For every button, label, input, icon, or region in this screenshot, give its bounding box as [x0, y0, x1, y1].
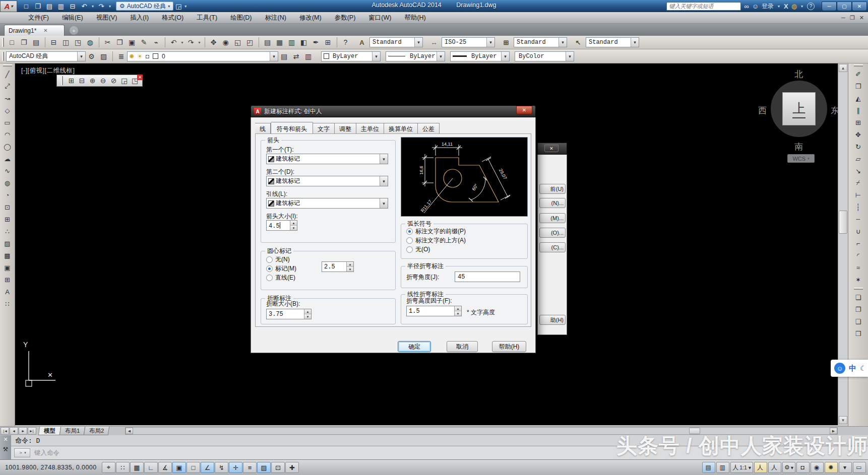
- scrollbar-thumb[interactable]: [689, 428, 700, 434]
- center-mark-radio[interactable]: 直线(E): [266, 274, 295, 282]
- layout-tab[interactable]: 布局1: [59, 427, 86, 435]
- second-arrow-combo[interactable]: 建筑标记: [266, 176, 388, 186]
- center-mark-radio[interactable]: 标记(M): [266, 264, 296, 273]
- snap-mode-toggle[interactable]: ⌖: [102, 462, 115, 473]
- center-mark-radio[interactable]: 无(N): [266, 255, 290, 264]
- print-icon[interactable]: ⊟: [68, 2, 78, 11]
- clipped-button[interactable]: 助(H): [539, 315, 566, 325]
- save-icon[interactable]: ▤: [44, 2, 54, 11]
- break-icon[interactable]: ╌: [852, 213, 864, 225]
- linetype-control[interactable]: ByLayer: [386, 51, 445, 61]
- next-tab-button[interactable]: ▶: [19, 427, 27, 435]
- first-arrow-combo[interactable]: 建筑标记: [266, 154, 388, 164]
- chevron-down-icon[interactable]: [631, 38, 639, 47]
- dynamic-input-toggle[interactable]: ✛: [229, 462, 242, 473]
- clipped-button[interactable]: (O)...: [539, 228, 566, 238]
- minimize-button[interactable]: ─: [822, 2, 837, 11]
- arc-symbol-radio[interactable]: 无(O): [406, 245, 430, 254]
- workspace-switching-button[interactable]: ⚙ ▾: [782, 462, 795, 473]
- menu-item[interactable]: 帮助(H): [398, 13, 431, 23]
- toolbar-grip[interactable]: [61, 76, 63, 85]
- chevron-down-icon[interactable]: [380, 198, 388, 208]
- bring-to-front-icon[interactable]: ❏: [852, 291, 864, 303]
- layer-freeze-icon[interactable]: ☀: [137, 53, 143, 60]
- sep[interactable]: [42, 37, 45, 47]
- object-snap-tracking-toggle[interactable]: ∠: [201, 462, 214, 473]
- style-icon[interactable]: ↖: [573, 37, 584, 47]
- print-icon[interactable]: ⊟: [48, 37, 59, 48]
- toolbar-lock-button[interactable]: ◘: [796, 462, 810, 473]
- chevron-down-icon[interactable]: [380, 176, 388, 186]
- save-as-icon[interactable]: ▥: [56, 2, 66, 11]
- menu-item[interactable]: 修改(M): [293, 13, 328, 23]
- chevron-down-icon[interactable]: [77, 52, 85, 61]
- command-input[interactable]: 键入命令: [34, 449, 59, 457]
- first-tab-button[interactable]: |◀: [1, 427, 9, 435]
- grid-display-toggle[interactable]: ∷: [116, 462, 130, 473]
- help-icon[interactable]: ?: [340, 37, 351, 48]
- viewport-remove-icon[interactable]: ⊖: [98, 75, 108, 86]
- line-icon[interactable]: ╱: [2, 68, 14, 80]
- spline-icon[interactable]: ∿: [2, 165, 14, 177]
- command-prompt-icon[interactable]: ＞: [14, 448, 30, 457]
- sep[interactable]: [256, 37, 259, 47]
- new-icon[interactable]: □: [21, 2, 31, 11]
- construction-line-icon[interactable]: ⤢: [2, 80, 14, 92]
- chevron-down-icon[interactable]: [559, 38, 567, 47]
- quickcalc-icon[interactable]: ⊞: [322, 37, 334, 48]
- arrow-size-spinner[interactable]: 4.5 ▲▼: [266, 220, 297, 231]
- sep[interactable]: [202, 37, 205, 47]
- toolbar-grip[interactable]: [3, 64, 12, 66]
- viewport-config-icon[interactable]: ⊞: [66, 75, 77, 86]
- wcs-dropdown[interactable]: WCS: [787, 154, 815, 163]
- break-at-point-icon[interactable]: ┆: [852, 201, 864, 213]
- layer-states-icon[interactable]: ▤: [278, 51, 290, 62]
- redo-dropdown-icon[interactable]: ▾: [108, 2, 112, 11]
- explode-icon[interactable]: ✶: [852, 274, 864, 286]
- redo-icon[interactable]: ↷: [185, 37, 197, 48]
- compass-north[interactable]: 北: [794, 69, 803, 80]
- layout-tab[interactable]: 布局2: [84, 427, 110, 435]
- layer-previous-icon[interactable]: ⇄: [290, 51, 302, 62]
- chevron-down-icon[interactable]: ▾: [777, 2, 781, 11]
- scale-icon[interactable]: ▱: [852, 153, 864, 165]
- open-icon[interactable]: ❐: [18, 37, 30, 48]
- qat-customize-icon[interactable]: ◲: [173, 2, 183, 11]
- command-history[interactable]: 命令: D: [11, 435, 868, 446]
- hatch-icon[interactable]: ▨: [2, 237, 14, 249]
- spinner-buttons[interactable]: ▲▼: [454, 306, 461, 316]
- ortho-mode-toggle[interactable]: ∟: [144, 462, 158, 473]
- break-size-spinner[interactable]: 3.75 ▲▼: [266, 309, 312, 319]
- scroll-right-icon[interactable]: ▶: [830, 428, 837, 434]
- viewport-restore-icon[interactable]: ◲: [119, 75, 130, 86]
- layout-tab[interactable]: 模型: [38, 427, 61, 435]
- paste-icon[interactable]: ▣: [126, 37, 138, 48]
- annotation-autoscale-button[interactable]: 人: [768, 462, 781, 473]
- publish-icon[interactable]: ◳: [72, 37, 84, 48]
- menu-item[interactable]: 格式(O): [156, 13, 190, 23]
- polar-tracking-toggle[interactable]: ∡: [158, 462, 172, 473]
- array-icon[interactable]: ⊞: [852, 116, 864, 128]
- gradient-icon[interactable]: ▩: [2, 249, 14, 261]
- circle-icon[interactable]: ◯: [2, 141, 14, 153]
- spinner-buttons[interactable]: ▲▼: [290, 221, 297, 230]
- redo-icon[interactable]: ↷: [96, 2, 106, 11]
- undo-icon[interactable]: ↶: [79, 2, 89, 11]
- compass-west[interactable]: 西: [758, 105, 767, 116]
- open-icon[interactable]: ❐: [33, 2, 43, 11]
- save-icon[interactable]: ▤: [30, 37, 42, 48]
- style-combo[interactable]: ISO-25: [442, 37, 495, 47]
- doc-restore-icon[interactable]: ❐: [850, 15, 855, 21]
- coordinates-readout[interactable]: 1001.9800, 2748.8335, 0.0000: [5, 464, 97, 471]
- properties-palette-icon[interactable]: ▤: [262, 37, 273, 48]
- tool-palettes-icon[interactable]: ▥: [286, 37, 297, 48]
- chevron-down-icon[interactable]: [486, 38, 494, 47]
- spinner-buttons[interactable]: ▲▼: [346, 262, 353, 272]
- erase-icon[interactable]: ✐: [852, 68, 864, 80]
- style-combo[interactable]: Standard: [586, 37, 639, 47]
- help-button[interactable]: 帮助(H): [492, 341, 526, 352]
- prev-tab-button[interactable]: ◀: [10, 427, 18, 435]
- close-icon[interactable]: ✕: [137, 75, 143, 80]
- workspace-dropdown[interactable]: ⚙ AutoCAD 经典 ▾: [116, 2, 173, 11]
- layer-on-icon[interactable]: ✺: [129, 53, 134, 60]
